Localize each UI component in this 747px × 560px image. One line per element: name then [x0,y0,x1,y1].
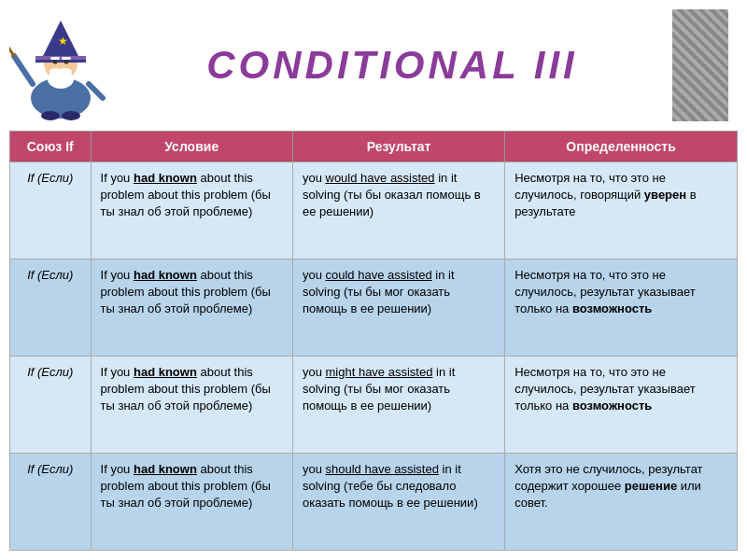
table-row: If (Если)If you had known about this pro… [10,454,738,551]
cell-condition: If you had known about this problem abou… [91,259,292,357]
cell-condition: If you had known about this problem abou… [91,454,292,551]
table-wrapper: Союз If Условие Результат Определенность… [0,131,747,560]
table-header-row: Союз If Условие Результат Определенность [10,132,738,162]
header-union: Союз If [10,132,92,162]
svg-point-6 [64,60,69,64]
cell-certainty: Несмотря на то, что это не случилось, ре… [505,259,738,357]
cell-condition: If you had known about this problem abou… [91,162,292,259]
conditional-table: Союз If Условие Результат Определенность… [9,131,738,551]
svg-line-15 [89,84,103,98]
header: ★ CONDITIONAL III [0,0,747,131]
header-result: Результат [292,132,504,162]
svg-line-12 [14,56,33,84]
table-row: If (Если)If you had known about this pro… [10,259,738,357]
cell-certainty: Несмотря на то, что это не случилось, го… [505,162,738,259]
title-area: CONDITIONAL III [112,43,672,88]
svg-point-16 [41,111,60,120]
cell-certainty: Хотя это не случилось, результат содержи… [505,454,738,551]
wizard-icon: ★ [9,9,112,121]
svg-text:★: ★ [58,35,68,48]
cell-condition: If you had known about this problem abou… [91,357,292,454]
cell-result: you might have assisted in it solving (т… [292,357,504,454]
header-certainty: Определенность [505,132,738,162]
cell-result: you could have assisted in it solving (т… [292,259,504,357]
cell-union: If (Если) [10,454,92,551]
corner-decoration [672,9,728,121]
page-title: CONDITIONAL III [206,43,578,88]
cell-result: you would have assisted in it solving (т… [292,162,504,259]
header-condition: Условие [91,132,292,162]
svg-point-17 [62,111,80,120]
svg-rect-8 [62,57,71,60]
cell-union: If (Если) [10,162,92,259]
cell-union: If (Если) [10,357,92,454]
svg-line-13 [9,37,14,56]
cell-result: you should have assisted in it solving (… [292,454,504,551]
cell-certainty: Несмотря на то, что это не случилось, ре… [505,357,738,454]
svg-point-5 [53,60,58,64]
table-row: If (Если)If you had known about this pro… [10,357,738,454]
svg-point-11 [59,68,72,76]
svg-rect-4 [35,56,86,60]
cell-union: If (Если) [10,259,92,357]
svg-rect-7 [50,57,60,60]
page: ★ CONDITIONAL III Союз If Условие Резуль… [0,0,747,560]
table-row: If (Если)If you had known about this pro… [10,162,738,259]
